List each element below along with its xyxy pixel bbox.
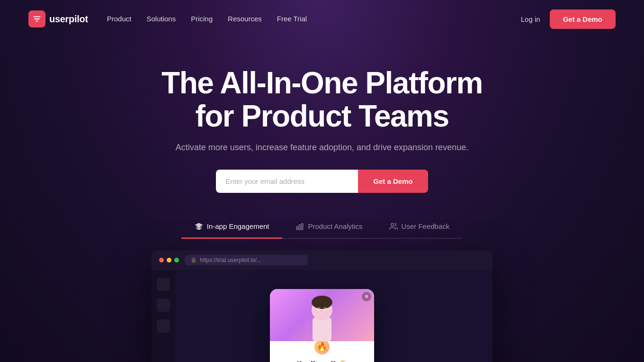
nav-item-free-trial[interactable]: Free Trial (277, 15, 307, 23)
tab-analytics-label: Product Analytics (308, 222, 362, 230)
welcome-modal: ✕ 🔥 Hey {{name}}, 👋 Welcome to Campfire! (270, 289, 374, 362)
hero-section: The All-In-One Platform for Product Team… (0, 38, 644, 239)
hero-headline-line2: for Product Teams (195, 99, 448, 133)
tab-analytics[interactable]: Product Analytics (282, 216, 376, 239)
browser-dot-minimize (167, 258, 171, 262)
modal-overlay: ✕ 🔥 Hey {{name}}, 👋 Welcome to Campfire! (152, 270, 492, 362)
tab-engagement-label: In-app Engagement (207, 222, 269, 230)
nav-right: Log in Get a Demo (521, 9, 616, 29)
tab-engagement[interactable]: In-app Engagement (181, 216, 283, 239)
browser-wrapper: 🔒 https://trial.userpilot.io/... (123, 250, 521, 362)
logo-icon (28, 10, 45, 27)
svg-rect-4 (313, 317, 331, 341)
browser-url-bar: 🔒 https://trial.userpilot.io/... (185, 255, 308, 265)
modal-greeting: Hey {{name}}, 👋 Welcome to Campfire! (277, 359, 367, 362)
tab-feedback-label: User Feedback (402, 222, 450, 230)
browser-content: ✕ 🔥 Hey {{name}}, 👋 Welcome to Campfire! (152, 270, 492, 362)
nav-link-resources[interactable]: Resources (228, 15, 262, 23)
modal-body: 🔥 Hey {{name}}, 👋 Welcome to Campfire! (270, 341, 374, 362)
login-button[interactable]: Log in (521, 15, 540, 23)
modal-close-button[interactable]: ✕ (362, 292, 371, 301)
nav-left: userpilot Product Solutions Pricing Reso… (28, 10, 307, 27)
modal-greeting-text: Hey {{name}}, 👋 (297, 360, 347, 362)
browser-dot-close (159, 258, 164, 262)
browser-bar: 🔒 https://trial.userpilot.io/... (152, 250, 492, 270)
nav-link-pricing[interactable]: Pricing (191, 15, 213, 23)
svg-point-8 (323, 307, 327, 311)
bar-chart-icon (295, 222, 304, 231)
get-demo-button[interactable]: Get a Demo (358, 170, 428, 193)
hero-headline-line1: The All-In-One Platform (161, 66, 483, 100)
hero-headline: The All-In-One Platform for Product Team… (109, 66, 535, 133)
navbar: userpilot Product Solutions Pricing Reso… (0, 0, 644, 38)
brand-name: userpilot (49, 14, 88, 25)
nav-item-resources[interactable]: Resources (228, 15, 262, 23)
logo-svg (32, 14, 42, 24)
lock-icon: 🔒 (190, 257, 197, 263)
modal-avatar-svg (303, 289, 341, 341)
nav-link-product[interactable]: Product (107, 15, 132, 23)
nav-item-solutions[interactable]: Solutions (146, 15, 176, 23)
nav-link-free-trial[interactable]: Free Trial (277, 15, 307, 23)
nav-item-product[interactable]: Product (107, 15, 132, 23)
hero-subtitle: Activate more users, increase feature ad… (0, 143, 644, 153)
email-input[interactable] (216, 170, 358, 193)
nav-link-solutions[interactable]: Solutions (146, 15, 176, 23)
svg-rect-0 (297, 226, 298, 230)
svg-point-6 (312, 296, 332, 309)
users-icon (389, 222, 398, 231)
browser-dots (159, 258, 179, 262)
cta-row: Get a Demo (0, 170, 644, 193)
browser-dot-expand (174, 258, 179, 262)
svg-rect-1 (299, 225, 301, 230)
svg-rect-2 (302, 224, 303, 230)
nav-get-demo-button[interactable]: Get a Demo (550, 9, 616, 29)
svg-point-3 (391, 223, 394, 226)
browser-frame: 🔒 https://trial.userpilot.io/... (152, 250, 492, 362)
logo[interactable]: userpilot (28, 10, 88, 27)
modal-image: ✕ (270, 289, 374, 341)
svg-point-7 (317, 307, 321, 311)
feature-tabs: In-app Engagement Product Analytics User… (181, 216, 463, 239)
layers-tab-icon (195, 222, 203, 231)
nav-item-pricing[interactable]: Pricing (191, 15, 213, 23)
modal-emoji: 🔥 (317, 342, 327, 352)
nav-links: Product Solutions Pricing Resources Free… (107, 15, 307, 23)
tab-feedback[interactable]: User Feedback (376, 216, 463, 239)
url-text: https://trial.userpilot.io/... (200, 257, 261, 263)
